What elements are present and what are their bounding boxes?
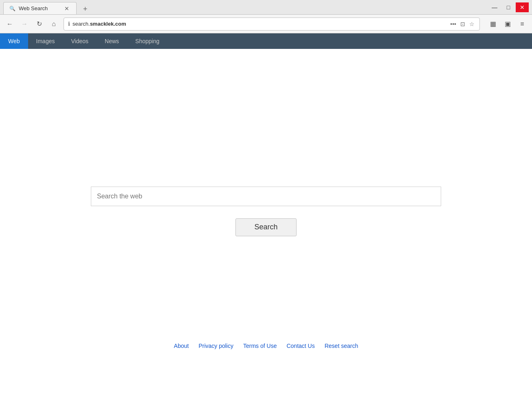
back-button[interactable]: ← bbox=[3, 18, 16, 31]
sidebar-toggle-button[interactable]: ▣ bbox=[501, 18, 514, 31]
search-input[interactable] bbox=[91, 187, 441, 206]
close-button[interactable]: ✕ bbox=[516, 2, 529, 12]
maximize-button[interactable]: □ bbox=[502, 2, 515, 12]
footer-links: About Privacy policy Terms of Use Contac… bbox=[174, 343, 358, 349]
new-tab-button[interactable]: + bbox=[80, 4, 91, 14]
search-input-wrapper bbox=[91, 187, 441, 206]
title-bar: 🔍 Web Search ✕ + — □ ✕ bbox=[0, 0, 532, 15]
tab-news[interactable]: News bbox=[97, 33, 127, 49]
address-text: search.smacklek.com bbox=[73, 21, 447, 27]
bookmark-button[interactable]: ☆ bbox=[468, 20, 475, 28]
tab-close-button[interactable]: ✕ bbox=[63, 5, 70, 12]
about-link[interactable]: About bbox=[174, 343, 189, 349]
tab-images[interactable]: Images bbox=[28, 33, 63, 49]
browser-window: 🔍 Web Search ✕ + — □ ✕ ← → ↻ ⌂ ℹ search.… bbox=[0, 0, 532, 398]
library-button[interactable]: ▦ bbox=[486, 18, 499, 31]
address-bar[interactable]: ℹ search.smacklek.com ••• ⊡ ☆ bbox=[64, 18, 480, 31]
privacy-policy-link[interactable]: Privacy policy bbox=[198, 343, 233, 349]
reset-search-link[interactable]: Reset search bbox=[325, 343, 358, 349]
navigation-bar: ← → ↻ ⌂ ℹ search.smacklek.com ••• ⊡ ☆ ▦ … bbox=[0, 15, 532, 33]
tab-area: 🔍 Web Search ✕ + bbox=[3, 0, 485, 14]
tab-shopping[interactable]: Shopping bbox=[127, 33, 167, 49]
more-options-button[interactable]: ••• bbox=[449, 20, 457, 28]
page-content: Search About Privacy policy Terms of Use… bbox=[0, 49, 532, 398]
address-info-icon: ℹ bbox=[68, 21, 70, 27]
search-button[interactable]: Search bbox=[235, 218, 297, 236]
menu-button[interactable]: ≡ bbox=[516, 18, 529, 31]
terms-of-use-link[interactable]: Terms of Use bbox=[243, 343, 277, 349]
tab-videos[interactable]: Videos bbox=[63, 33, 97, 49]
search-section: Search bbox=[91, 187, 441, 236]
tab-favicon-icon: 🔍 bbox=[9, 6, 15, 11]
address-prefix: search. bbox=[73, 21, 90, 27]
reload-button[interactable]: ↻ bbox=[33, 18, 46, 31]
pocket-button[interactable]: ⊡ bbox=[459, 20, 466, 28]
address-actions: ••• ⊡ ☆ bbox=[449, 20, 475, 28]
home-button[interactable]: ⌂ bbox=[47, 18, 60, 31]
forward-button[interactable]: → bbox=[18, 18, 31, 31]
address-domain: smacklek.com bbox=[90, 21, 126, 27]
window-controls: — □ ✕ bbox=[488, 2, 529, 12]
tab-title: Web Search bbox=[19, 5, 60, 11]
tab-web[interactable]: Web bbox=[0, 33, 28, 49]
search-tabs-bar: Web Images Videos News Shopping bbox=[0, 33, 532, 49]
active-tab[interactable]: 🔍 Web Search ✕ bbox=[3, 2, 77, 14]
minimize-button[interactable]: — bbox=[488, 2, 501, 12]
nav-right-icons: ▦ ▣ ≡ bbox=[486, 18, 529, 31]
contact-us-link[interactable]: Contact Us bbox=[286, 343, 314, 349]
